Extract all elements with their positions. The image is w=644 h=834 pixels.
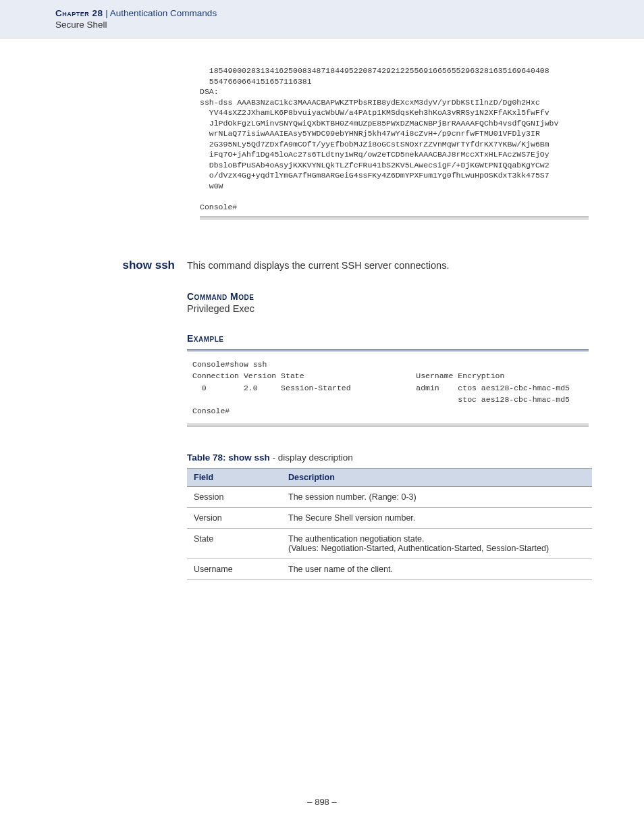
chapter-line: Chapter 28 | Authentication Commands (55, 8, 589, 18)
command-mode-value: Privileged Exec (187, 303, 589, 314)
example-code: Console#show ssh Connection Version Stat… (187, 356, 589, 419)
chapter-separator: | (103, 8, 110, 18)
page-footer: – 898 – (0, 797, 644, 807)
section-name: Secure Shell (55, 20, 589, 30)
command-description: This command displays the current SSH se… (187, 260, 589, 271)
code-rule-bottom (200, 216, 589, 219)
cell-field: Session (187, 487, 281, 508)
cell-field: State (187, 529, 281, 559)
command-row: show ssh This command displays the curre… (55, 259, 589, 272)
cell-field: Username (187, 559, 281, 580)
example-block: Console#show ssh Connection Version Stat… (187, 349, 589, 427)
example-rule-top (187, 349, 589, 352)
table-row: Session The session number. (Range: 0-3) (187, 487, 592, 508)
table-label: Table 78: show ssh (187, 452, 270, 463)
cell-field: Version (187, 508, 281, 529)
command-mode-heading: Command Mode (187, 291, 589, 302)
cell-desc: The Secure Shell version number. (281, 508, 592, 529)
th-field: Field (187, 469, 281, 487)
th-description: Description (281, 469, 592, 487)
command-name: show ssh (55, 259, 187, 272)
page-header: Chapter 28 | Authentication Commands Sec… (0, 0, 644, 38)
cell-desc: The user name of the client. (281, 559, 592, 580)
chapter-title: Authentication Commands (110, 8, 217, 18)
table-row: Username The user name of the client. (187, 559, 592, 580)
table-title: Table 78: show ssh - display description (187, 452, 589, 463)
example-heading: Example (187, 333, 589, 344)
table-row: State The authentication negotiation sta… (187, 529, 592, 559)
code-text: 1854900028313416250083487184495220874292… (200, 66, 589, 212)
cell-desc: The authentication negotiation state. (V… (281, 529, 592, 559)
cell-desc: The session number. (Range: 0-3) (281, 487, 592, 508)
example-rule-bottom (187, 423, 589, 427)
chapter-label: Chapter 28 (55, 8, 103, 18)
table-header-row: Field Description (187, 469, 592, 487)
table-suffix: - display description (270, 452, 353, 463)
description-table: Field Description Session The session nu… (187, 468, 592, 580)
top-code-block: 1854900028313416250083487184495220874292… (200, 66, 589, 212)
table-row: Version The Secure Shell version number. (187, 508, 592, 529)
